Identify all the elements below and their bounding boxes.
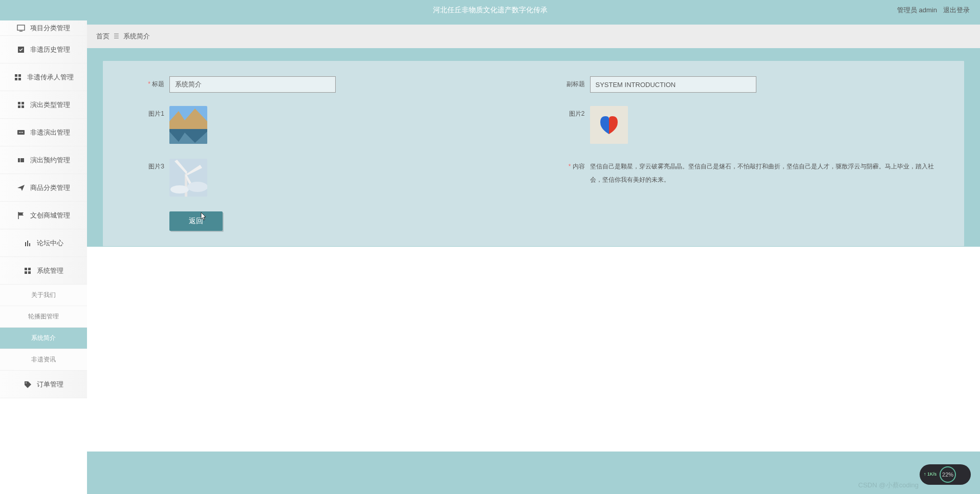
row-img2: 图片2 [544,106,944,145]
sidebar-item-inheritor[interactable]: 非遗传承人管理 [0,63,87,91]
breadcrumb-home[interactable]: 首页 [96,32,110,41]
svg-rect-18 [25,242,26,246]
sidebar-item-system[interactable]: 系统管理 [0,257,87,285]
title-input[interactable] [169,76,336,93]
flag-icon [17,211,25,220]
sidebar: 项目分类管理 非遗历史管理 非遗传承人管理 演出类型管理 非遗演出管理 演出预约… [0,20,87,494]
sidebar-item-label: 演出类型管理 [30,100,70,110]
row-content: *内容 坚信自己是颗星，穿云破雾亮晶晶。坚信自己是燧石，不怕敲打和曲折，坚信自己… [544,159,944,198]
label-title: 标题 [152,80,164,88]
grid-icon [14,73,22,81]
row-subtitle: 副标题 [544,76,944,93]
form-card: *标题 副标题 图片1 图片2 [102,60,965,247]
svg-point-25 [26,382,27,383]
logout-link[interactable]: 退出登录 [943,6,970,15]
netmon-stats: ↑ 1K/s [924,471,937,478]
svg-point-14 [22,132,23,133]
header: 河北任丘非物质文化遗产数字化传承 管理员 admin 退出登录 [0,0,980,20]
content-text: 坚信自己是颗星，穿云破雾亮晶晶。坚信自己是燧石，不怕敲打和曲折，坚信自己是人才，… [590,159,944,187]
sidebar-item-label: 论坛中心 [37,239,63,248]
sidebar-item-orders[interactable]: 订单管理 [0,371,87,398]
sidebar-item-label: 非遗传承人管理 [27,73,74,82]
grid-icon [17,101,25,109]
app-title: 河北任丘非物质文化遗产数字化传承 [433,6,548,15]
sidebar-item-label: 项目分类管理 [30,24,70,33]
row-buttons: 返回 [123,211,944,231]
svg-rect-8 [21,102,24,104]
check-square-icon [17,46,25,54]
monitor-icon [17,24,25,32]
label-img1: 图片1 [148,110,164,117]
sidebar-item-label: 商品分类管理 [30,183,70,192]
user-label[interactable]: 管理员 admin [897,6,937,15]
subtitle-input[interactable] [590,76,756,93]
breadcrumb-separator-icon: ☰ [114,33,119,40]
label-content: 内容 [573,163,585,170]
breadcrumb-current: 系统简介 [123,32,150,41]
ticket-icon [17,156,25,164]
network-monitor-widget[interactable]: ↑ 1K/s 22% [920,464,971,485]
sidebar-sub-news[interactable]: 非遗资讯 [0,349,87,371]
sidebar-item-label: 非遗演出管理 [30,128,70,137]
svg-rect-5 [15,78,17,80]
sidebar-item-label: 文创商城管理 [30,211,70,220]
label-img3: 图片3 [148,163,164,170]
content-area: 首页 ☰ 系统简介 *标题 副标题 图片1 图片 [87,20,980,494]
img1-thumb[interactable] [169,106,207,144]
sidebar-item-project-category[interactable]: 项目分类管理 [0,20,87,36]
sidebar-item-history[interactable]: 非遗历史管理 [0,36,87,63]
svg-rect-9 [18,105,20,108]
sidebar-item-mall[interactable]: 文创商城管理 [0,202,87,229]
svg-rect-7 [18,102,20,104]
svg-point-13 [20,132,21,133]
sidebar-item-product-category[interactable]: 商品分类管理 [0,174,87,202]
svg-rect-0 [17,25,25,30]
back-button[interactable]: 返回 [169,211,223,231]
sidebar-sub-about[interactable]: 关于我们 [0,285,87,306]
svg-rect-3 [15,74,17,77]
grid-icon [24,267,32,275]
tag-icon [24,380,32,389]
bars-icon [24,239,32,247]
sidebar-item-showtype[interactable]: 演出类型管理 [0,91,87,119]
svg-point-31 [187,182,207,192]
svg-rect-19 [27,241,28,246]
svg-rect-10 [21,105,24,108]
img3-thumb[interactable] [169,159,207,197]
img2-thumb[interactable] [590,106,628,144]
sidebar-sub-carousel[interactable]: 轮播图管理 [0,306,87,328]
send-icon [17,184,25,192]
sidebar-sub-system-intro[interactable]: 系统简介 [0,328,87,349]
svg-rect-22 [28,268,31,270]
label-subtitle: 副标题 [567,80,585,88]
header-right: 管理员 admin 退出登录 [897,6,970,15]
svg-rect-21 [25,268,27,270]
sidebar-item-label: 非遗历史管理 [30,45,70,54]
label-img2: 图片2 [569,110,585,117]
svg-point-30 [170,185,189,194]
row-img3: 图片3 [123,159,524,198]
sidebar-item-reservation[interactable]: 演出预约管理 [0,146,87,174]
row-img1: 图片1 [123,106,524,145]
svg-rect-4 [18,74,21,77]
svg-rect-20 [29,243,30,246]
svg-point-12 [19,132,20,133]
below-white [87,247,980,452]
svg-rect-15 [18,158,24,162]
svg-rect-24 [28,271,31,274]
sidebar-item-label: 系统管理 [37,266,63,275]
chat-icon [17,128,25,137]
row-title: *标题 [123,76,524,93]
svg-rect-16 [20,158,20,162]
sidebar-item-show[interactable]: 非遗演出管理 [0,119,87,146]
svg-rect-23 [25,271,27,274]
sidebar-item-forum[interactable]: 论坛中心 [0,229,87,257]
breadcrumb: 首页 ☰ 系统简介 [87,25,980,48]
sidebar-item-label: 演出预约管理 [30,156,70,165]
netmon-ring: 22% [940,466,956,483]
svg-rect-6 [18,78,21,80]
sidebar-item-label: 订单管理 [37,380,63,389]
